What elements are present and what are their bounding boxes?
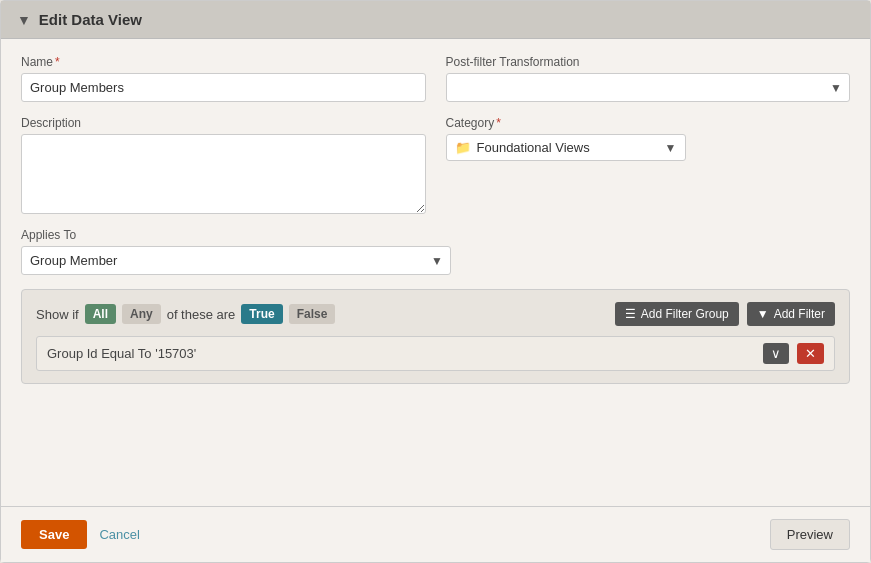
cancel-button[interactable]: Cancel (99, 527, 139, 542)
category-label: Category* (446, 116, 851, 130)
name-input[interactable] (21, 73, 426, 102)
modal-title: Edit Data View (39, 11, 142, 28)
add-filter-group-icon: ☰ (625, 307, 636, 321)
post-filter-label: Post-filter Transformation (446, 55, 851, 69)
name-col: Name* (21, 55, 426, 102)
filter-controls: Show if All Any of these are True False … (36, 302, 835, 326)
folder-icon: 📁 (455, 140, 471, 155)
filter-remove-button[interactable]: ✕ (797, 343, 824, 364)
name-label: Name* (21, 55, 426, 69)
add-filter-group-label: Add Filter Group (641, 307, 729, 321)
show-if-label: Show if (36, 307, 79, 322)
category-dropdown[interactable]: 📁 Foundational Views ▼ (446, 134, 686, 161)
filter-section: Show if All Any of these are True False … (21, 289, 850, 384)
applies-to-label: Applies To (21, 228, 451, 242)
all-toggle-button[interactable]: All (85, 304, 116, 324)
description-textarea[interactable] (21, 134, 426, 214)
modal-body: Name* Post-filter Transformation ▼ Descr… (1, 39, 870, 506)
post-filter-select[interactable] (446, 73, 851, 102)
post-filter-select-wrapper: ▼ (446, 73, 851, 102)
add-filter-label: Add Filter (774, 307, 825, 321)
applies-to-select-wrapper: Group Member ▼ (21, 246, 451, 275)
modal-footer: Save Cancel Preview (1, 506, 870, 562)
form-row-2: Description Category* 📁 Foundational Vie… (21, 116, 850, 214)
filter-icon: ▼ (17, 12, 31, 28)
description-col: Description (21, 116, 426, 214)
form-row-1: Name* Post-filter Transformation ▼ (21, 55, 850, 102)
preview-button[interactable]: Preview (770, 519, 850, 550)
any-toggle-button[interactable]: Any (122, 304, 161, 324)
true-toggle-button[interactable]: True (241, 304, 282, 324)
of-these-are-label: of these are (167, 307, 236, 322)
category-arrow-icon: ▼ (665, 141, 677, 155)
applies-to-row: Applies To Group Member ▼ (21, 228, 451, 275)
add-filter-group-button[interactable]: ☰ Add Filter Group (615, 302, 739, 326)
remove-icon: ✕ (805, 346, 816, 361)
filter-item-text: Group Id Equal To '15703' (47, 346, 755, 361)
filter-right: ☰ Add Filter Group ▼ Add Filter (615, 302, 835, 326)
category-value: Foundational Views (477, 140, 659, 155)
description-label: Description (21, 116, 426, 130)
footer-left: Save Cancel (21, 520, 140, 549)
add-filter-button[interactable]: ▼ Add Filter (747, 302, 835, 326)
modal-header: ▼ Edit Data View (1, 1, 870, 39)
filter-expand-button[interactable]: ∨ (763, 343, 789, 364)
expand-icon: ∨ (771, 346, 781, 361)
applies-to-select[interactable]: Group Member (21, 246, 451, 275)
false-toggle-button[interactable]: False (289, 304, 336, 324)
filter-item-row: Group Id Equal To '15703' ∨ ✕ (36, 336, 835, 371)
add-filter-icon: ▼ (757, 307, 769, 321)
save-button[interactable]: Save (21, 520, 87, 549)
filter-left: Show if All Any of these are True False (36, 304, 335, 324)
edit-data-view-modal: ▼ Edit Data View Name* Post-filter Trans… (0, 0, 871, 563)
post-filter-col: Post-filter Transformation ▼ (446, 55, 851, 102)
category-col: Category* 📁 Foundational Views ▼ (446, 116, 851, 214)
